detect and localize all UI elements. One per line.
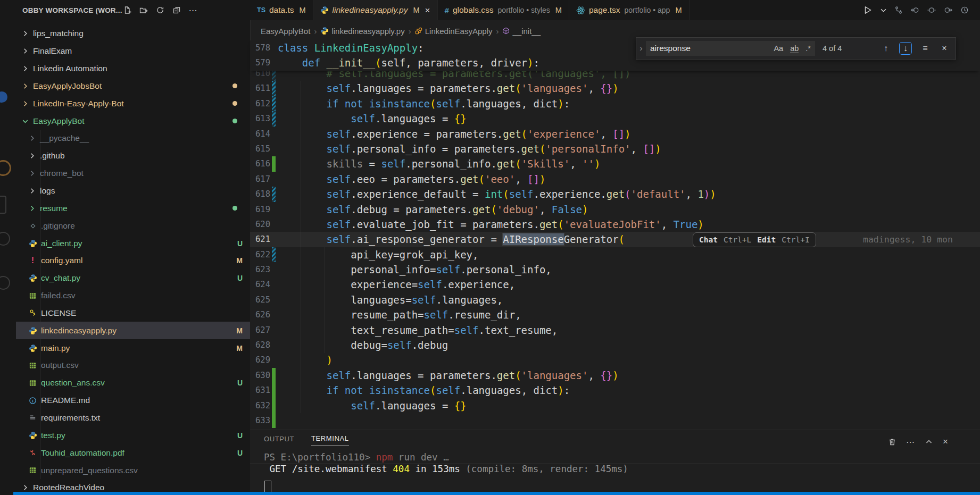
file-item-touhid-automation-pdf[interactable]: Touhid_automation.pdfU xyxy=(16,444,250,462)
code-line-626[interactable]: 626 resume_path=self.resume_dir, xyxy=(250,307,980,322)
file-item-license[interactable]: LICENSE xyxy=(16,305,250,322)
folder-item-resume[interactable]: resume xyxy=(16,199,250,217)
file-item-cv-chat-py[interactable]: cv_chat.pyU xyxy=(16,270,250,287)
code-editor[interactable]: 610 # self.languages = parameters.get('l… xyxy=(250,71,980,430)
file-item--gitignore[interactable]: .gitignore xyxy=(16,217,250,234)
code-line-617[interactable]: 617 self.eeo = parameters.get('eeo', []) xyxy=(250,172,980,187)
file-item-question-ans-csv[interactable]: question_ans.csvU xyxy=(16,374,250,392)
folder-item-chrome-bot[interactable]: chrome_bot xyxy=(16,165,250,182)
breadcrumb-segment[interactable]: linkedineasyapply.py xyxy=(331,27,404,36)
chevron-up-icon[interactable] xyxy=(925,438,933,446)
close-icon[interactable]: × xyxy=(943,437,948,447)
folder-item--github[interactable]: .github xyxy=(16,147,250,165)
code-line-633[interactable]: 633 xyxy=(250,413,980,428)
code-line-616[interactable]: 616 skills = self.personal_info.get('Ski… xyxy=(250,156,980,171)
classsym-icon xyxy=(415,27,422,35)
panel-tab-output[interactable]: OUTPUT xyxy=(264,435,294,446)
code-line-632[interactable]: 632 self.languages = {} xyxy=(250,398,980,413)
more-icon[interactable]: ⋯ xyxy=(906,437,915,447)
history-button[interactable] xyxy=(960,6,969,14)
code-line-611[interactable]: 611 self.languages = parameters.get('lan… xyxy=(250,81,980,96)
code-line-610[interactable]: 610 # self.languages = parameters.get('l… xyxy=(250,71,980,81)
run-dropdown[interactable] xyxy=(881,7,886,13)
file-item-linkedineasyapply-py[interactable]: linkedineasyapply.pyM xyxy=(16,322,250,339)
close-find-button[interactable]: × xyxy=(939,43,950,54)
folder-item-linkedin-easy-apply-bot[interactable]: LinkedIn-Easy-Apply-Bot xyxy=(16,95,250,112)
file-item-test-py[interactable]: test.pyU xyxy=(16,426,250,444)
regex-toggle[interactable]: .* xyxy=(805,44,811,53)
folder-item-logs[interactable]: logs xyxy=(16,182,250,200)
code-line-615[interactable]: 615 self.personal_info = parameters.get(… xyxy=(250,141,980,156)
code-line-630[interactable]: 630 self.languages = parameters.get('lan… xyxy=(250,368,980,383)
folder-item-easyapplyjobsbot[interactable]: EasyApplyJobsBot xyxy=(16,78,250,95)
new-file-icon[interactable] xyxy=(122,5,132,15)
code-line-631[interactable]: 631 if not isinstance(self.languages, di… xyxy=(250,383,980,398)
code-token: [] xyxy=(612,128,625,140)
find-input[interactable]: airesponse Aaab.* xyxy=(646,41,815,56)
inline-chat-toolbar[interactable]: ChatCtrl+LEditCtrl+I xyxy=(693,232,816,247)
code-line-625[interactable]: 625 languages=self.languages, xyxy=(250,292,980,307)
file-item-config-yaml[interactable]: !config.yamlM xyxy=(16,252,250,270)
folder-item-finalexam[interactable]: FinalExam xyxy=(16,43,250,60)
nav-circle-button[interactable] xyxy=(927,6,936,14)
code-line-623[interactable]: 623 personal_info=self.personal_info, xyxy=(250,262,980,277)
new-folder-icon[interactable] xyxy=(139,5,148,15)
refresh-icon[interactable] xyxy=(155,5,165,15)
tab-linkedineasyapply-py[interactable]: linkedineasyapply.pyM× xyxy=(313,0,438,20)
nav-forward-button[interactable] xyxy=(944,6,952,14)
code-line-622[interactable]: 622 api_key=grok_api_key, xyxy=(250,247,980,262)
code-line-627[interactable]: 627 text_resume_path=self.text_resume, xyxy=(250,323,980,338)
folder-item--pycache-[interactable]: __pycache__ xyxy=(16,130,250,147)
file-item-ai-client-py[interactable]: ai_client.pyU xyxy=(16,234,250,252)
code-line-624[interactable]: 624 experience=self.experience, xyxy=(250,277,980,292)
code-token: : xyxy=(564,98,570,110)
file-item-unprepared-questions-csv[interactable]: unprepared_questions.csv xyxy=(16,462,250,479)
folder-item-lips-matching[interactable]: lips_matching xyxy=(16,25,250,43)
file-tree-label: cv_chat.py xyxy=(41,273,80,283)
next-match-button[interactable]: ↓ xyxy=(899,42,912,55)
nav-back-button[interactable] xyxy=(911,6,919,14)
file-item-readme-md[interactable]: README.md xyxy=(16,392,250,409)
tab-data-ts[interactable]: TSdata.tsM xyxy=(250,0,313,20)
match-case-toggle[interactable]: Aa xyxy=(774,44,783,53)
breadcrumb-segment[interactable]: __init__ xyxy=(512,27,541,36)
more-icon[interactable]: ⋯ xyxy=(188,5,198,15)
folder-item-easyapplybot[interactable]: EasyApplyBot xyxy=(16,112,250,130)
code-line-619[interactable]: 619 self.debug = parameters.get('debug',… xyxy=(250,202,980,217)
code-token xyxy=(363,384,369,396)
code-line-628[interactable]: 628 debug=self.debug xyxy=(250,338,980,353)
code-line-620[interactable]: 620 self.evaluate_job_fit = parameters.g… xyxy=(250,217,980,232)
file-item-output-csv[interactable]: output.csv xyxy=(16,357,250,374)
file-item-requirements-txt[interactable]: requirements.txt xyxy=(16,409,250,427)
code-token: True xyxy=(674,219,698,230)
code-line-629[interactable]: 629 ) xyxy=(250,353,980,367)
code-token xyxy=(278,188,327,200)
tab-page-tsx[interactable]: page.tsxportfolio • appM xyxy=(569,0,690,20)
code-line-612[interactable]: 612 if not isinstance(self.languages, di… xyxy=(250,96,980,111)
prev-match-button[interactable]: ↑ xyxy=(880,43,892,54)
panel-tab-terminal[interactable]: TERMINAL xyxy=(311,434,349,446)
whole-word-toggle[interactable]: ab xyxy=(790,44,799,53)
trash-icon[interactable] xyxy=(888,438,896,446)
code-line-613[interactable]: 613 self.languages = {} xyxy=(250,111,980,126)
toggle-replace-chevron-icon[interactable]: › xyxy=(636,44,646,53)
breadcrumb[interactable]: EasyApplyBot›linkedineasyapply.py›Linked… xyxy=(261,23,541,38)
breadcrumb-segment[interactable]: EasyApplyBot xyxy=(261,27,310,36)
code-line-618[interactable]: 618 self.experience_default = int(self.e… xyxy=(250,187,980,202)
inline-chat-edit-button[interactable]: Edit xyxy=(757,236,776,244)
source-control-graph-button[interactable] xyxy=(894,6,903,14)
file-item-main-py[interactable]: main.pyM xyxy=(16,339,250,357)
tab-globals-css[interactable]: #globals.cssportfolio • stylesM xyxy=(438,0,569,20)
find-in-selection-button[interactable]: ≡ xyxy=(919,43,931,54)
run-button[interactable] xyxy=(863,5,873,15)
terminal-output[interactable]: PS E:\portfolio110> npm run dev … GET /s… xyxy=(264,451,980,475)
breadcrumb-segment[interactable]: LinkedinEasyApply xyxy=(425,27,493,36)
folder-item-rootedreachvideo[interactable]: RootedReachVideo xyxy=(16,479,250,492)
code-token: Generator xyxy=(564,233,619,245)
close-tab-icon[interactable]: × xyxy=(425,6,430,15)
folder-item-linkedin-automation[interactable]: Linkedin Automation xyxy=(16,60,250,78)
collapse-all-icon[interactable] xyxy=(172,5,181,15)
code-line-614[interactable]: 614 self.experience = parameters.get('ex… xyxy=(250,127,980,141)
file-item-failed-csv[interactable]: failed.csv xyxy=(16,287,250,305)
inline-chat-chat-button[interactable]: Chat xyxy=(699,236,718,244)
